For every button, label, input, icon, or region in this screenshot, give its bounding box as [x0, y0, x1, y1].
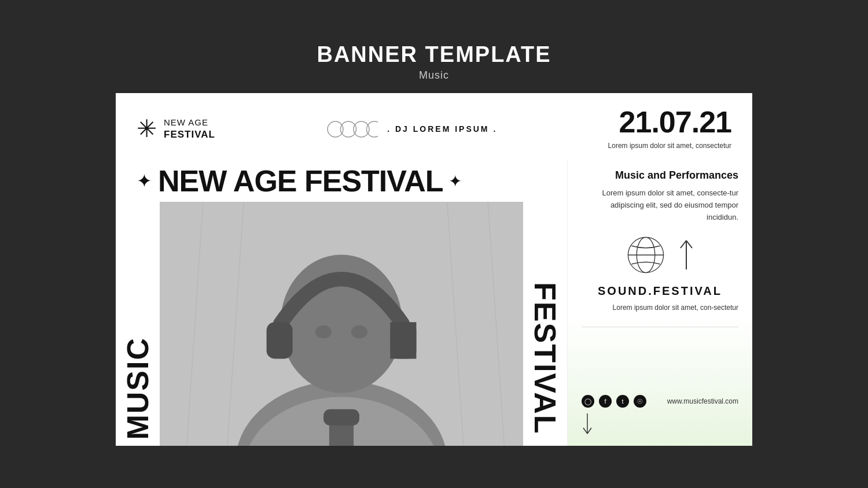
- rings-area: . DJ LOREM IPSUM .: [326, 113, 497, 145]
- svg-line-29: [587, 428, 591, 434]
- facebook-icon[interactable]: f: [599, 395, 612, 408]
- image-section: MUSIC: [116, 202, 567, 446]
- banner-top: ✳ NEW AGE FESTIVAL . DJ LOREM IPSUM . 21…: [116, 93, 752, 160]
- event-date: 21.07.21: [608, 107, 731, 137]
- brand-text: NEW AGE FESTIVAL: [164, 117, 215, 141]
- page-header: BANNER TEMPLATE Music: [317, 42, 551, 82]
- person-illustration: [160, 202, 523, 446]
- photo-placeholder: [160, 202, 523, 446]
- globe-arrow-row: [582, 235, 738, 275]
- bottom-arrow-area: [582, 413, 738, 437]
- star-icon-right: ✦: [448, 172, 462, 191]
- svg-line-25: [681, 241, 686, 248]
- svg-rect-16: [160, 202, 523, 446]
- main-festival-title: NEW AGE FESTIVAL: [158, 166, 443, 196]
- date-description: Lorem ipsum dolor sit amet, consectetur: [608, 141, 731, 151]
- banner-main: ✦ NEW AGE FESTIVAL ✦ MUSIC: [116, 160, 752, 446]
- olympic-rings-icon: [326, 113, 378, 145]
- banner-container: ✳ NEW AGE FESTIVAL . DJ LOREM IPSUM . 21…: [116, 93, 752, 446]
- dj-text: . DJ LOREM IPSUM .: [387, 124, 497, 134]
- social-icon-4[interactable]: ☉: [634, 395, 646, 408]
- social-icons: ◯ f t ☉: [582, 395, 646, 408]
- page-title: BANNER TEMPLATE: [317, 42, 551, 67]
- website-link[interactable]: www.musicfestival.com: [667, 397, 738, 405]
- banner-right: Music and Performances Lorem ipsum dolor…: [567, 160, 752, 446]
- brand-line1: NEW AGE: [164, 117, 215, 128]
- brand-line2: FESTIVAL: [164, 128, 215, 141]
- page-subtitle: Music: [317, 69, 551, 82]
- logo-area: ✳ NEW AGE FESTIVAL: [137, 117, 215, 141]
- bottom-arrow-icon: [582, 413, 593, 437]
- right-description: Lorem ipsum dolor sit amet, consecte-tur…: [582, 187, 738, 223]
- arrow-up-icon: [678, 238, 695, 272]
- festival-title-row: ✦ NEW AGE FESTIVAL ✦: [116, 160, 567, 202]
- banner-left: ✦ NEW AGE FESTIVAL ✦ MUSIC: [116, 160, 567, 446]
- music-vertical-text: MUSIC: [116, 326, 160, 446]
- social-footer: ◯ f t ☉ www.musicfestival.com: [582, 395, 738, 408]
- sound-festival-label: SOUND.FESTIVAL: [582, 284, 738, 298]
- right-section-title: Music and Performances: [582, 169, 738, 182]
- snowflake-icon: ✳: [137, 117, 157, 141]
- sound-sub-text: Lorem ipsum dolor sit amet, con-sectetur: [582, 302, 738, 313]
- star-icon-left: ✦: [137, 170, 152, 192]
- divider: [582, 327, 738, 327]
- globe-icon: [626, 235, 666, 275]
- instagram-icon[interactable]: ◯: [582, 395, 594, 408]
- twitter-icon[interactable]: t: [616, 395, 629, 408]
- svg-point-3: [367, 121, 378, 137]
- svg-line-26: [686, 241, 692, 248]
- date-area: 21.07.21 Lorem ipsum dolor sit amet, con…: [608, 107, 731, 151]
- svg-line-28: [583, 428, 587, 434]
- festival-vertical-text: FESTIVAL: [523, 276, 567, 446]
